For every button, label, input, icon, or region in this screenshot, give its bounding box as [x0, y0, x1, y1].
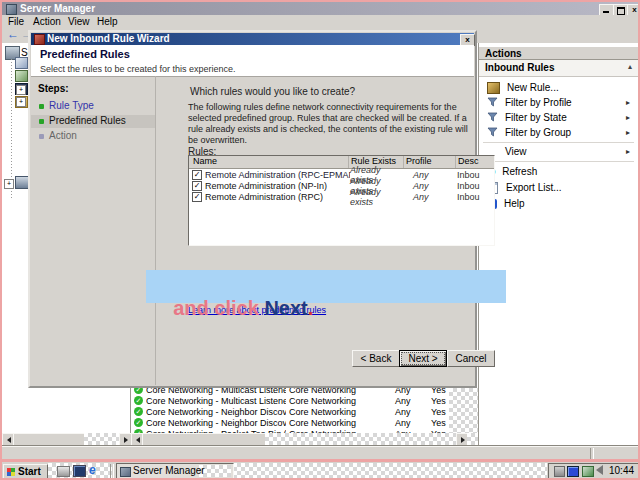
wizard-header-subtitle: Select the rules to be created for this …: [40, 64, 236, 74]
tree-hscrollbar[interactable]: [2, 433, 130, 445]
actions-section-header[interactable]: Inbound Rules ▴: [479, 60, 638, 77]
column-header-profile[interactable]: Profile: [404, 156, 456, 168]
cell-desc: Inbou: [457, 192, 494, 202]
tray-clock[interactable]: 10:44: [609, 465, 634, 476]
rule-row[interactable]: ✓ Core Networking - Neighbor Discovery A…: [131, 407, 449, 417]
wizard-description: The following rules define network conne…: [188, 102, 468, 146]
menu-help[interactable]: Help: [97, 16, 118, 28]
step-action[interactable]: Action: [31, 130, 155, 143]
rule-enabled-icon: ✓: [134, 396, 143, 405]
tree-expand-box-3[interactable]: +: [4, 179, 14, 189]
action-label: Filter by Profile: [505, 97, 572, 108]
show-desktop-icon[interactable]: [57, 466, 70, 477]
rule-row[interactable]: ✓ Core Networking - Multicast Listener R…: [131, 396, 449, 406]
rule-checkbox[interactable]: ✓: [192, 181, 202, 191]
table-row[interactable]: ✓ Remote Administration (RPC-EPMAP) Alre…: [189, 169, 494, 180]
list-hscrollbar[interactable]: [130, 433, 478, 445]
action-filter-by-state[interactable]: Filter by State ▸: [479, 110, 638, 125]
taskbar-transparent-region: [233, 463, 547, 479]
back-icon[interactable]: ←: [7, 27, 19, 41]
annotation-text-pink: and click: [173, 297, 264, 319]
action-view[interactable]: View ▸: [479, 144, 638, 159]
action-label: Help: [504, 198, 525, 209]
task-button-server-manager[interactable]: Server Manager: [116, 463, 234, 480]
wizard-header: Predefined Rules Select the rules to be …: [31, 45, 474, 77]
action-filter-by-profile[interactable]: Filter by Profile ▸: [479, 95, 638, 110]
actions-separator: [483, 142, 634, 143]
action-export-list[interactable]: Export List...: [479, 180, 638, 195]
rule-enabled-icon: ✓: [134, 407, 143, 416]
menu-action[interactable]: Action: [33, 16, 61, 28]
step-predefined-rules[interactable]: Predefined Rules: [31, 115, 155, 128]
rule-row[interactable]: ✓ Core Networking - Neighbor Discovery S…: [131, 418, 449, 428]
tray-window-icon[interactable]: [567, 466, 579, 477]
rule-enabled: Yes: [431, 418, 446, 428]
column-header-desc[interactable]: Desc: [456, 156, 494, 168]
action-filter-by-group[interactable]: Filter by Group ▸: [479, 125, 638, 140]
next-button[interactable]: Next >: [399, 350, 447, 367]
filter-icon: [487, 97, 498, 109]
tree-expand-box-2[interactable]: +: [16, 97, 26, 107]
system-tray: 10:44: [548, 463, 639, 480]
steps-label: Steps:: [38, 83, 69, 94]
column-header-name[interactable]: Name: [189, 156, 349, 168]
action-help[interactable]: ? Help: [479, 196, 638, 211]
rule-group: Core Networking: [289, 396, 356, 406]
tray-network-icon[interactable]: [582, 466, 594, 477]
cell-name: Remote Administration (RPC): [205, 192, 350, 202]
tray-volume-icon[interactable]: [596, 465, 603, 475]
cell-name: Remote Administration (NP-In): [205, 181, 350, 191]
annotation-highlight: and click Next.: [146, 270, 506, 303]
server-manager-icon: [120, 467, 131, 477]
tree-features-icon[interactable]: [15, 70, 28, 82]
menu-view[interactable]: View: [68, 16, 90, 28]
table-header-row: Name Rule Exists Profile Desc: [189, 156, 494, 169]
scrollbar-track[interactable]: [84, 433, 119, 445]
step-label: Predefined Rules: [49, 115, 126, 126]
rule-checkbox[interactable]: ✓: [192, 170, 202, 180]
action-label: View: [505, 146, 527, 157]
tree-expand-box-1[interactable]: +: [16, 85, 26, 95]
rule-group: Core Networking: [289, 418, 356, 428]
action-new-rule[interactable]: New Rule...: [479, 80, 638, 95]
annotation-text-navy: Next: [264, 297, 307, 319]
action-label: Refresh: [502, 166, 537, 177]
windows-logo-icon: [7, 468, 15, 476]
new-rule-icon: [487, 82, 500, 94]
minimize-icon: [603, 11, 609, 13]
scrollbar-thumb[interactable]: [142, 433, 267, 447]
tree-dotted-line: [11, 59, 12, 199]
taskbar: Start e Server Manager 10:44: [0, 462, 640, 480]
arrow-right-icon: [461, 437, 465, 443]
start-button[interactable]: Start: [3, 464, 48, 480]
rule-checkbox[interactable]: ✓: [192, 192, 202, 202]
back-button[interactable]: < Back: [352, 350, 400, 367]
table-row[interactable]: ✓ Remote Administration (RPC) Already ex…: [189, 191, 494, 202]
scrollbar-thumb[interactable]: [13, 433, 86, 447]
rule-name: Core Networking - Neighbor Discovery Adv…: [146, 407, 286, 417]
tray-security-icon[interactable]: [554, 466, 565, 477]
rule-profile: Any: [395, 418, 411, 428]
action-refresh[interactable]: ↻ Refresh: [479, 164, 638, 179]
step-label: Rule Type: [49, 100, 94, 111]
window-titlebar[interactable]: Server Manager x: [2, 2, 638, 15]
actions-pane: Actions Inbound Rules ▴ New Rule... Filt…: [478, 43, 639, 445]
table-row[interactable]: ✓ Remote Administration (NP-In) Already …: [189, 180, 494, 191]
wizard-title: New Inbound Rule Wizard: [47, 33, 170, 44]
wizard-icon: [34, 34, 45, 45]
rule-name: Core Networking - Multicast Listener Rep…: [146, 396, 286, 406]
desktop-monitor-icon[interactable]: [73, 465, 86, 477]
cell-exists: Already exists: [350, 187, 405, 207]
step-rule-type[interactable]: Rule Type: [31, 100, 155, 113]
wizard-header-title: Predefined Rules: [40, 48, 130, 60]
step-bullet-icon: [39, 104, 44, 109]
submenu-arrow-icon: ▸: [626, 113, 630, 122]
scrollbar-track[interactable]: [265, 433, 456, 445]
wizard-titlebar[interactable]: New Inbound Rule Wizard x: [31, 33, 474, 45]
collapse-icon[interactable]: ▴: [628, 62, 632, 71]
tree-roles-icon[interactable]: [15, 57, 28, 69]
arrow-left-icon: [136, 437, 140, 443]
cancel-button[interactable]: Cancel: [447, 350, 495, 367]
cell-desc: Inbou: [457, 181, 494, 191]
internet-explorer-icon[interactable]: e: [89, 463, 101, 476]
